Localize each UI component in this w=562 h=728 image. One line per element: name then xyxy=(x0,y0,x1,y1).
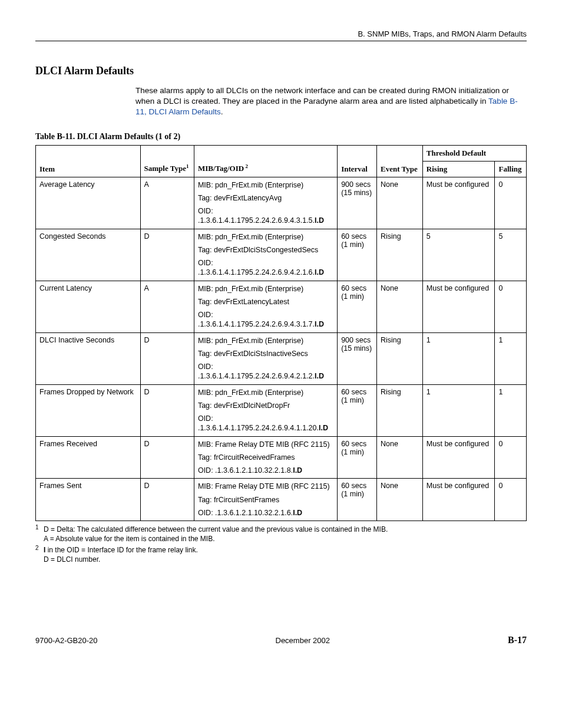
cell-event-type: None xyxy=(377,281,423,332)
header-rule xyxy=(35,41,527,41)
cell-interval: 900 secs(15 mins) xyxy=(338,332,377,384)
footnotes: 1 D = Delta: The calculated difference b… xyxy=(35,525,527,564)
cell-falling: 0 xyxy=(495,436,527,479)
cell-interval: 60 secs(1 min) xyxy=(338,229,377,281)
cell-falling: 5 xyxy=(495,229,527,281)
cell-falling: 0 xyxy=(495,479,527,521)
intro-paragraph: These alarms apply to all DLCIs on the n… xyxy=(135,85,527,118)
cell-sample-type: D xyxy=(140,229,194,281)
cell-sample-type: D xyxy=(140,384,194,436)
cell-sample-type: D xyxy=(140,332,194,384)
cell-rising: Must be configured xyxy=(422,436,495,479)
table-row: Average LatencyAMIB: pdn_FrExt.mib (Ente… xyxy=(36,177,527,229)
section-title: DLCI Alarm Defaults xyxy=(35,65,527,77)
cell-event-type: None xyxy=(377,479,423,521)
cell-mib: MIB: pdn_FrExt.mib (Enterprise)Tag: devF… xyxy=(194,177,337,229)
cell-rising: Must be configured xyxy=(422,281,495,332)
cell-falling: 0 xyxy=(495,281,527,332)
cell-item: Congested Seconds xyxy=(36,229,141,281)
col-event-type: Event Type xyxy=(377,145,423,177)
cell-item: Frames Received xyxy=(36,436,141,479)
cell-event-type: None xyxy=(377,436,423,479)
cell-interval: 60 secs(1 min) xyxy=(338,384,377,436)
table-row: Frames Dropped by NetworkDMIB: pdn_FrExt… xyxy=(36,384,527,436)
cell-event-type: Rising xyxy=(377,384,423,436)
col-rising: Rising xyxy=(422,161,495,177)
cell-sample-type: A xyxy=(140,177,194,229)
cell-falling: 0 xyxy=(495,177,527,229)
cell-interval: 900 secs(15 mins) xyxy=(338,177,377,229)
cell-sample-type: D xyxy=(140,436,194,479)
cell-event-type: Rising xyxy=(377,229,423,281)
cell-event-type: Rising xyxy=(377,332,423,384)
footnote-2: 2 I in the OID = Interface ID for the fr… xyxy=(35,545,527,564)
table-row: Frames SentDMIB: Frame Relay DTE MIB (RF… xyxy=(36,479,527,521)
footnote-1: 1 D = Delta: The calculated difference b… xyxy=(35,525,527,543)
col-mib: MIB/Tag/OID 2 xyxy=(194,145,337,177)
cell-rising: 1 xyxy=(422,332,495,384)
cell-interval: 60 secs(1 min) xyxy=(338,479,377,521)
table-row: Congested SecondsDMIB: pdn_FrExt.mib (En… xyxy=(36,229,527,281)
cell-item: Average Latency xyxy=(36,177,141,229)
cell-sample-type: A xyxy=(140,281,194,332)
cell-mib: MIB: pdn_FrExt.mib (Enterprise)Tag: devF… xyxy=(194,384,337,436)
cell-item: Frames Sent xyxy=(36,479,141,521)
footer-center: December 2002 xyxy=(276,636,330,645)
table-row: Frames ReceivedDMIB: Frame Relay DTE MIB… xyxy=(36,436,527,479)
cell-rising: Must be configured xyxy=(422,479,495,521)
cell-rising: Must be configured xyxy=(422,177,495,229)
cell-mib: MIB: Frame Relay DTE MIB (RFC 2115)Tag: … xyxy=(194,479,337,521)
table-row: Current LatencyAMIB: pdn_FrExt.mib (Ente… xyxy=(36,281,527,332)
cell-falling: 1 xyxy=(495,384,527,436)
cell-mib: MIB: pdn_FrExt.mib (Enterprise)Tag: devF… xyxy=(194,281,337,332)
cell-event-type: None xyxy=(377,177,423,229)
cell-item: DLCI Inactive Seconds xyxy=(36,332,141,384)
page-footer: 9700-A2-GB20-20 December 2002 B-17 xyxy=(35,635,527,645)
table-row: DLCI Inactive SecondsDMIB: pdn_FrExt.mib… xyxy=(36,332,527,384)
cell-falling: 1 xyxy=(495,332,527,384)
cell-sample-type: D xyxy=(140,479,194,521)
cell-interval: 60 secs(1 min) xyxy=(338,281,377,332)
cell-mib: MIB: Frame Relay DTE MIB (RFC 2115)Tag: … xyxy=(194,436,337,479)
intro-text-before: These alarms apply to all DLCIs on the n… xyxy=(135,86,509,106)
cell-rising: 5 xyxy=(422,229,495,281)
cell-mib: MIB: pdn_FrExt.mib (Enterprise)Tag: devF… xyxy=(194,332,337,384)
col-threshold: Threshold Default xyxy=(422,145,526,161)
footer-left: 9700-A2-GB20-20 xyxy=(35,636,98,645)
cell-interval: 60 secs(1 min) xyxy=(338,436,377,479)
running-header: B. SNMP MIBs, Traps, and RMON Alarm Defa… xyxy=(35,29,527,38)
col-interval: Interval xyxy=(338,145,377,177)
alarm-defaults-table: Item Sample Type1 MIB/Tag/OID 2 Interval… xyxy=(35,145,527,522)
col-sample-type: Sample Type1 xyxy=(140,145,194,177)
cell-rising: 1 xyxy=(422,384,495,436)
cell-mib: MIB: pdn_FrExt.mib (Enterprise)Tag: devF… xyxy=(194,229,337,281)
intro-text-after: . xyxy=(221,107,223,116)
table-caption: Table B-11. DLCI Alarm Defaults (1 of 2) xyxy=(35,132,527,141)
cell-item: Frames Dropped by Network xyxy=(36,384,141,436)
col-item: Item xyxy=(36,145,141,177)
footer-page-number: B-17 xyxy=(508,635,527,645)
cell-item: Current Latency xyxy=(36,281,141,332)
col-falling: Falling xyxy=(495,161,527,177)
